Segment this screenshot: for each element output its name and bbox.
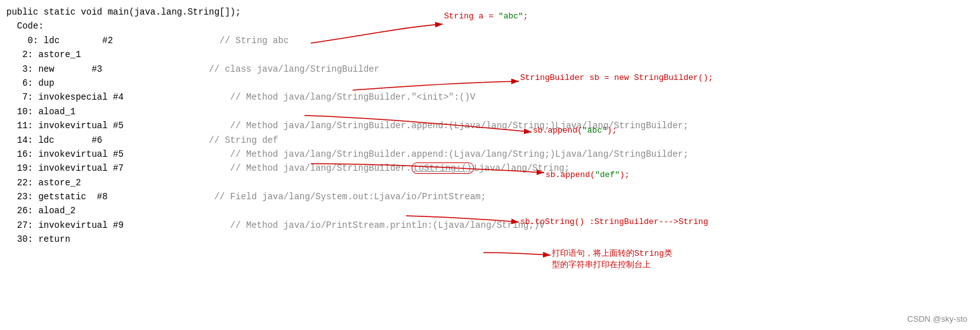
line-16: 16: invokevirtual #5 // Method java/lang… [6, 147, 688, 161]
annotation-sb-append-def: sb.append("def"); [546, 170, 630, 180]
line-23: 23: getstatic #8 // Field java/lang/Syst… [6, 190, 688, 204]
line-7: 7: invokespecial #4 // Method java/lang/… [6, 90, 688, 104]
watermark: CSDN @sky-sto [907, 314, 967, 324]
annotation-sb-append-abc: sb.append("abc"); [533, 126, 617, 135]
header-line: public static void main(java.lang.String… [6, 5, 688, 19]
line-0: 0: ldc #2 // String abc [6, 34, 688, 48]
line-10: 10: aload_1 [6, 105, 688, 119]
annotation-sb-tostring: sb.toString() :StringBuilder--->String [520, 217, 708, 227]
line-26: 26: aload_2 [6, 204, 688, 218]
annotation-sb-new: StringBuilder sb = new StringBuilder(); [520, 73, 713, 82]
annotation-string-a: String a = "abc"; [444, 11, 528, 21]
annotation-print-comment: 打印语句，将上面转的String类 型的字符串打印在控制台上 [552, 248, 672, 270]
line-30: 30: return [6, 232, 688, 246]
line-2: 2: astore_1 [6, 48, 688, 62]
code-label: Code: [6, 19, 688, 33]
